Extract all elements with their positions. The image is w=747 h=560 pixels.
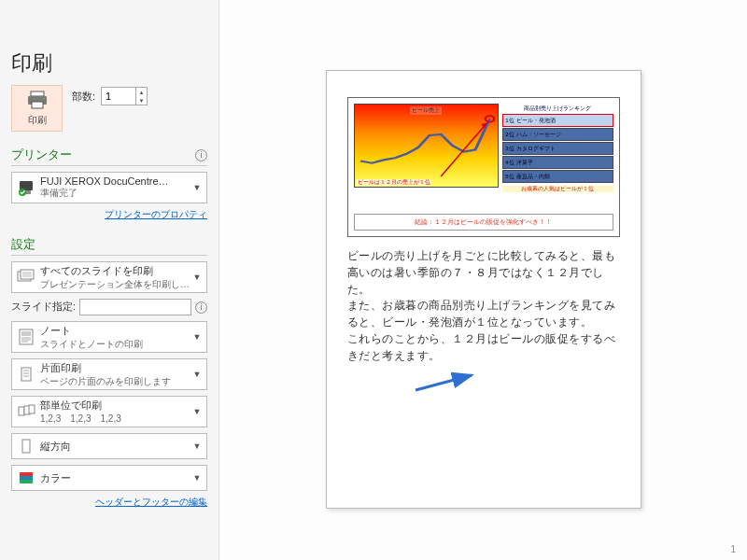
header-footer-link[interactable]: ヘッダーとフッターの編集 xyxy=(95,497,207,507)
printer-status: 準備完了 xyxy=(40,187,191,200)
print-range-sub: プレゼンテーション全体を印刷し… xyxy=(40,278,191,291)
chevron-down-icon: ▼ xyxy=(191,473,203,483)
chevron-down-icon: ▼ xyxy=(191,332,203,342)
orientation-label: 縦方向 xyxy=(40,440,191,454)
embedded-chart: ビール売上 ビールは１２月の売上が１位 xyxy=(354,104,500,188)
collate-icon xyxy=(16,401,36,422)
slide-conclusion: 結論：１２月はビールの販促を強化すべき！！ xyxy=(354,214,613,231)
page-title: 印刷 xyxy=(11,49,207,77)
printer-icon xyxy=(26,91,49,112)
color-label: カラー xyxy=(40,471,191,485)
svg-point-6 xyxy=(19,189,26,196)
notes-layout-icon xyxy=(16,327,36,347)
svg-rect-23 xyxy=(20,472,33,476)
preview-page: ビール売上 ビールは１２月の売上が１位 商品別売り上げランキング 1 xyxy=(326,70,641,509)
svg-rect-22 xyxy=(22,440,30,453)
chevron-down-icon: ▼ xyxy=(191,441,203,451)
ranking-row: 4位洋菓子 xyxy=(502,156,613,169)
collate-label: 部単位で印刷 xyxy=(40,399,191,413)
layout-label: ノート xyxy=(40,324,191,338)
svg-rect-2 xyxy=(32,102,43,108)
print-range-select[interactable]: すべてのスライドを印刷 プレゼンテーション全体を印刷し… ▼ xyxy=(11,261,207,293)
chevron-down-icon: ▼ xyxy=(191,273,203,282)
ranking-caption: お歳暮の人気はビールが１位 xyxy=(502,186,613,192)
print-range-label: すべてのスライドを印刷 xyxy=(40,264,191,278)
color-icon xyxy=(16,468,36,488)
collate-sub: 1,2,3 1,2,3 1,2,3 xyxy=(40,413,191,426)
portrait-icon xyxy=(16,436,36,456)
svg-rect-25 xyxy=(20,480,33,483)
svg-rect-19 xyxy=(19,407,24,415)
printer-section-heading: プリンター xyxy=(11,147,72,163)
ranking-row: 1位ビール・発泡酒 xyxy=(502,114,613,127)
collate-select[interactable]: 部単位で印刷 1,2,3 1,2,3 1,2,3 ▼ xyxy=(11,396,207,427)
chevron-down-icon: ▼ xyxy=(191,407,203,416)
orientation-select[interactable]: 縦方向 ▼ xyxy=(11,433,207,459)
copies-stepper[interactable]: ▲ ▼ xyxy=(101,87,148,105)
slide-thumbnail: ビール売上 ビールは１２月の売上が１位 商品別売り上げランキング 1 xyxy=(347,97,620,237)
svg-point-3 xyxy=(43,98,45,100)
svg-rect-21 xyxy=(29,405,35,413)
svg-rect-0 xyxy=(31,91,44,96)
svg-rect-9 xyxy=(22,272,32,277)
chart-caption: ビールは１２月の売上が１位 xyxy=(357,179,431,186)
ranking-row: 2位ハム・ソーセージ xyxy=(502,128,613,141)
print-button[interactable]: 印刷 xyxy=(11,85,63,132)
print-button-label: 印刷 xyxy=(28,114,47,127)
svg-rect-11 xyxy=(21,331,31,336)
side-label: 片面印刷 xyxy=(40,361,191,375)
slide-spec-label: スライド指定: xyxy=(11,301,76,314)
printer-info-icon[interactable]: i xyxy=(195,149,207,161)
side-select[interactable]: 片面印刷 ページの片面のみを印刷します ▼ xyxy=(11,358,207,390)
ranking-row: 5位産直品・肉類 xyxy=(502,170,613,183)
chevron-down-icon: ▼ xyxy=(191,370,203,379)
copies-label: 部数: xyxy=(72,90,95,104)
slide-notes-text: ビールの売り上げを月ごとに比較してみると、最も高いのは暑い季節の７・８月ではなく… xyxy=(347,248,620,365)
one-sided-icon xyxy=(16,364,36,385)
printer-status-icon xyxy=(16,177,36,198)
preview-page-number: 1 xyxy=(730,544,736,554)
svg-line-27 xyxy=(441,123,486,176)
slide-spec-input[interactable] xyxy=(79,299,191,315)
settings-section-heading: 設定 xyxy=(11,236,35,253)
copies-down-icon[interactable]: ▼ xyxy=(136,96,147,105)
layout-select[interactable]: ノート スライドとノートの印刷 ▼ xyxy=(11,321,207,353)
copies-input[interactable] xyxy=(102,89,135,104)
svg-rect-24 xyxy=(20,476,33,480)
slides-all-icon xyxy=(16,267,36,287)
printer-name: FUJI XEROX DocuCentre… xyxy=(40,175,191,187)
print-sidebar: 印刷 印刷 部数: ▲ ▼ プリンター xyxy=(0,0,219,560)
copies-up-icon[interactable]: ▲ xyxy=(136,88,147,96)
chevron-down-icon: ▼ xyxy=(191,183,203,192)
color-select[interactable]: カラー ▼ xyxy=(11,465,207,491)
ranking-heading: 商品別売り上げランキング xyxy=(502,104,613,114)
ranking-row: 3位カタログギフト xyxy=(502,142,613,155)
svg-rect-15 xyxy=(21,368,31,381)
slide-spec-info-icon[interactable]: i xyxy=(195,301,207,314)
layout-sub: スライドとノートの印刷 xyxy=(40,338,191,351)
ranking-table: 商品別売り上げランキング 1位ビール・発泡酒2位ハム・ソーセージ3位カタログギフ… xyxy=(502,104,613,208)
preview-pane: ビール売上 ビールは１２月の売上が１位 商品別売り上げランキング 1 xyxy=(219,0,747,560)
side-sub: ページの片面のみを印刷します xyxy=(40,375,191,388)
printer-properties-link[interactable]: プリンターのプロパティ xyxy=(105,209,207,219)
printer-select[interactable]: FUJI XEROX DocuCentre… 準備完了 ▼ xyxy=(11,172,207,203)
